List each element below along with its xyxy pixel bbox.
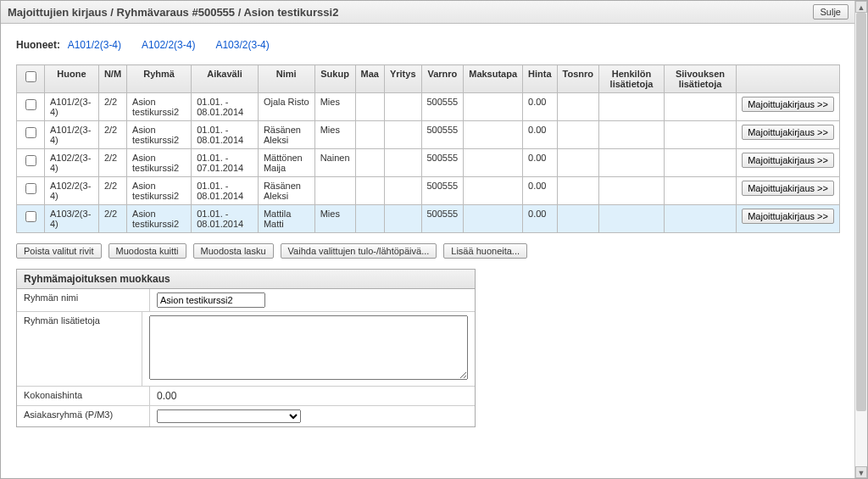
table-cell: Mies	[314, 93, 355, 121]
table-cell: A101/2(3-4)	[45, 121, 99, 149]
table-cell: A102/2(3-4)	[45, 177, 99, 205]
table-cell: 2/2	[98, 205, 126, 233]
customer-group-select[interactable]	[157, 409, 301, 423]
total-price-label: Kokonaishinta	[17, 387, 150, 405]
table-cell	[664, 205, 736, 233]
guest-register-button[interactable]: Majoittujakirjaus >>	[742, 181, 834, 196]
table-cell: 0.00	[523, 149, 558, 177]
guest-register-button[interactable]: Majoittujakirjaus >>	[742, 153, 834, 168]
table-cell: 2/2	[98, 121, 126, 149]
table-cell	[314, 177, 355, 205]
guest-register-button[interactable]: Majoittujakirjaus >>	[742, 97, 834, 112]
table-cell	[664, 121, 736, 149]
row-checkbox[interactable]	[25, 99, 36, 110]
table-header	[737, 65, 840, 93]
group-name-input[interactable]	[157, 292, 265, 308]
table-cell: Asion testikurssi2	[127, 121, 192, 149]
table-cell: Mies	[314, 205, 355, 233]
table-cell	[599, 121, 665, 149]
room-link[interactable]: A101/2(3-4)	[68, 39, 121, 51]
table-cell: Asion testikurssi2	[127, 149, 192, 177]
table-cell: 0.00	[523, 93, 558, 121]
table-cell: 01.01. - 08.01.2014	[192, 205, 259, 233]
guests-table: HuoneN/MRyhmäAikaväliNimiSukupMaaYritysV…	[16, 64, 840, 233]
table-cell	[384, 121, 421, 149]
table-cell: Mattila Matti	[258, 205, 314, 233]
table-cell: Asion testikurssi2	[127, 205, 192, 233]
room-links: Huoneet: A101/2(3-4)A102/2(3-4)A103/2(3-…	[16, 39, 840, 51]
table-cell	[557, 93, 598, 121]
table-row: A101/2(3-4)2/2Asion testikurssi201.01. -…	[17, 121, 840, 149]
close-button[interactable]: Sulje	[813, 4, 849, 19]
table-row: A103/2(3-4)2/2Asion testikurssi201.01. -…	[17, 205, 840, 233]
select-all-checkbox[interactable]	[25, 71, 36, 82]
group-edit-panel: Ryhmämajoituksen muokkaus Ryhmän nimi Ry…	[16, 269, 476, 427]
create-invoice-button[interactable]: Muodosta lasku	[193, 243, 274, 259]
table-header: Sukup	[314, 65, 355, 93]
guest-register-button[interactable]: Majoittujakirjaus >>	[742, 209, 834, 224]
scroll-track[interactable]	[855, 13, 867, 466]
table-cell: A102/2(3-4)	[45, 149, 99, 177]
table-cell: 500555	[421, 149, 464, 177]
table-header: Ryhmä	[127, 65, 192, 93]
table-cell	[664, 93, 736, 121]
table-cell	[599, 205, 665, 233]
table-header: N/M	[98, 65, 126, 93]
table-cell	[355, 149, 384, 177]
table-cell	[384, 93, 421, 121]
table-header: Maa	[355, 65, 384, 93]
table-header: Henkilön lisätietoja	[599, 65, 665, 93]
scroll-up-icon[interactable]: ▲	[855, 1, 867, 13]
table-cell	[464, 149, 523, 177]
create-receipt-button[interactable]: Muodosta kuitti	[108, 243, 186, 259]
table-cell: 2/2	[98, 93, 126, 121]
table-cell: 0.00	[523, 177, 558, 205]
table-cell: Asion testikurssi2	[127, 177, 192, 205]
table-cell	[464, 121, 523, 149]
table-row: A102/2(3-4)2/2Asion testikurssi201.01. -…	[17, 177, 840, 205]
table-cell	[355, 93, 384, 121]
table-header: Huone	[45, 65, 99, 93]
table-cell	[464, 205, 523, 233]
row-checkbox[interactable]	[25, 127, 36, 138]
scroll-down-icon[interactable]: ▼	[855, 466, 867, 478]
table-cell	[464, 177, 523, 205]
row-checkbox[interactable]	[25, 183, 36, 194]
group-info-label: Ryhmän lisätietoja	[17, 312, 142, 386]
delete-selected-button[interactable]: Poista valitut rivit	[16, 243, 102, 259]
table-cell: Asion testikurssi2	[127, 93, 192, 121]
swap-dates-button[interactable]: Vaihda valittujen tulo-/lähtöpäivä...	[281, 243, 437, 259]
table-header: Siivouksen lisätietoja	[664, 65, 736, 93]
table-cell: Mies	[314, 121, 355, 149]
customer-group-label: Asiakasryhmä (P/M3)	[17, 406, 150, 426]
table-header: Maksutapa	[464, 65, 523, 93]
add-rooms-button[interactable]: Lisää huoneita...	[443, 243, 527, 259]
scroll-thumb[interactable]	[856, 13, 866, 411]
table-cell	[599, 149, 665, 177]
table-row: A101/2(3-4)2/2Asion testikurssi201.01. -…	[17, 93, 840, 121]
table-cell: 0.00	[523, 121, 558, 149]
room-link[interactable]: A102/2(3-4)	[142, 39, 195, 51]
vertical-scrollbar[interactable]: ▲ ▼	[854, 1, 867, 478]
page-header: Majoittujien kirjaus / Ryhmävaraus #5005…	[1, 1, 855, 24]
table-cell: 2/2	[98, 177, 126, 205]
row-checkbox[interactable]	[25, 155, 36, 166]
group-info-textarea[interactable]	[149, 315, 468, 380]
table-cell	[557, 205, 598, 233]
table-cell: 500555	[421, 177, 464, 205]
table-cell	[557, 121, 598, 149]
table-header: Hinta	[523, 65, 558, 93]
table-cell: 2/2	[98, 149, 126, 177]
table-row: A102/2(3-4)2/2Asion testikurssi201.01. -…	[17, 149, 840, 177]
table-cell	[384, 205, 421, 233]
guest-register-button[interactable]: Majoittujakirjaus >>	[742, 125, 834, 140]
table-cell	[599, 177, 665, 205]
panel-title: Ryhmämajoituksen muokkaus	[17, 270, 475, 289]
table-cell	[599, 93, 665, 121]
table-cell: Mättönen Maija	[258, 149, 314, 177]
row-checkbox[interactable]	[25, 211, 36, 222]
table-cell: Räsänen Aleksi	[258, 177, 314, 205]
room-link[interactable]: A103/2(3-4)	[215, 39, 269, 51]
rooms-label: Huoneet:	[16, 39, 60, 51]
page-title: Majoittujien kirjaus / Ryhmävaraus #5005…	[8, 6, 338, 19]
